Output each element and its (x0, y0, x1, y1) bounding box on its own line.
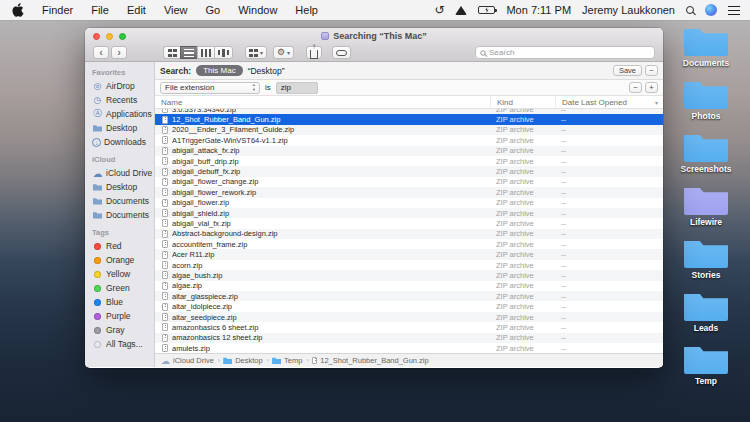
sidebar-tag-item[interactable]: Yellow (92, 267, 154, 281)
time-machine-icon[interactable]: ↺ (434, 3, 444, 17)
desktop-folder[interactable]: Lifewire (670, 185, 742, 227)
desktop-folder[interactable]: Screenshots (670, 132, 742, 174)
desktop-folder[interactable]: Documents (670, 26, 742, 68)
file-row[interactable]: abigail_vial_fx.zip ZIP archive -- (155, 218, 663, 228)
sidebar-tag-item[interactable]: Blue (92, 295, 154, 309)
sidebar-item-label: Yellow (106, 269, 130, 279)
spotlight-search-icon[interactable] (686, 6, 694, 14)
back-button[interactable]: ‹ (93, 46, 109, 59)
menu-bar-user[interactable]: Jeremy Laukkonen (582, 4, 675, 16)
file-row[interactable]: abigail_buff_drip.zip ZIP archive -- (155, 156, 663, 166)
title-bar[interactable]: Searching “This Mac” (85, 28, 663, 44)
zip-file-icon (162, 136, 168, 144)
folder-icon (684, 132, 728, 162)
file-row[interactable]: abigail_flower.zip ZIP archive -- (155, 198, 663, 208)
sidebar-item[interactable]: Desktop (92, 121, 154, 135)
column-header-name[interactable]: Name (155, 96, 490, 108)
file-row[interactable]: 3.0.5373.34340.zip ZIP archive -- (155, 109, 663, 114)
coverflow-view-button[interactable] (214, 46, 233, 59)
sidebar-tag-item[interactable]: Orange (92, 253, 154, 267)
file-row[interactable]: algae_bush.zip ZIP archive -- (155, 270, 663, 280)
file-row[interactable]: amazonbasics 6 sheet.zip ZIP archive -- (155, 322, 663, 332)
battery-icon[interactable] (478, 6, 495, 14)
file-row[interactable]: altar_idolpiece.zip ZIP archive -- (155, 301, 663, 311)
column-header-kind[interactable]: Kind (490, 96, 555, 108)
desktop-folder[interactable]: Leads (670, 291, 742, 333)
file-row[interactable]: abigail_flower_rework.zip ZIP archive -- (155, 187, 663, 197)
sidebar-item[interactable]: Documents (92, 194, 154, 208)
file-name-cell: accountitem_frame.zip (155, 240, 490, 249)
sidebar-item[interactable]: Applications (92, 107, 154, 121)
action-menu-button[interactable]: ⚙▾ (273, 46, 294, 59)
sidebar-item[interactable]: Downloads (92, 135, 154, 149)
path-segment[interactable]: Temp › (272, 356, 309, 365)
sidebar-item[interactable]: Recents (92, 93, 154, 107)
list-view-button[interactable] (180, 46, 197, 59)
menu-item[interactable]: Go (197, 0, 230, 20)
tag-color-dot (94, 257, 101, 264)
sidebar-item[interactable]: Documents (92, 208, 154, 222)
menu-item[interactable]: View (155, 0, 197, 20)
file-row[interactable]: algae.zip ZIP archive -- (155, 281, 663, 291)
column-header-date[interactable]: Date Last Opened (555, 96, 663, 108)
desktop-folder[interactable]: Temp (670, 344, 742, 386)
file-row[interactable]: accountitem_frame.zip ZIP archive -- (155, 239, 663, 249)
add-criteria-button[interactable]: + (645, 82, 658, 93)
sidebar-item[interactable]: AirDrop (92, 79, 154, 93)
desktop-folder[interactable]: Stories (670, 238, 742, 280)
toolbar-search-field[interactable] (475, 46, 655, 59)
zip-file-icon (162, 219, 168, 227)
file-row[interactable]: abigail_shield.zip ZIP archive -- (155, 208, 663, 218)
sort-direction-icon[interactable]: ▾ (655, 99, 658, 106)
file-row[interactable]: amulets.zip ZIP archive -- (155, 343, 663, 353)
menu-item[interactable]: Edit (118, 0, 155, 20)
file-row[interactable]: altar_glasspiece.zip ZIP archive -- (155, 291, 663, 301)
file-row[interactable]: acorn.zip ZIP archive -- (155, 260, 663, 270)
menu-item[interactable]: Help (286, 0, 327, 20)
sidebar-tag-item[interactable]: Green (92, 281, 154, 295)
group-by-button[interactable]: ▾ (245, 46, 267, 59)
path-segment[interactable]: 12_Shot_Rubber_Band_Gun.zip › (312, 356, 429, 365)
wifi-icon[interactable] (455, 6, 467, 15)
notification-center-icon[interactable] (728, 6, 740, 15)
sidebar-tag-item[interactable]: Red (92, 239, 154, 253)
sidebar-tag-item[interactable]: All Tags... (92, 337, 154, 351)
menu-item[interactable]: Window (229, 0, 286, 20)
desktop-folder[interactable]: Photos (670, 79, 742, 121)
collapse-criteria-button[interactable]: − (645, 65, 658, 76)
file-row[interactable]: 12_Shot_Rubber_Band_Gun.zip ZIP archive … (155, 114, 663, 124)
menu-bar-clock[interactable]: Mon 7:11 PM (506, 4, 571, 16)
forward-button[interactable]: › (111, 46, 127, 59)
share-button[interactable] (306, 46, 322, 59)
icon-view-button[interactable] (163, 46, 180, 59)
criteria-attribute-popup[interactable]: File extension ▴▾ (160, 82, 260, 94)
search-input[interactable] (489, 48, 650, 57)
file-row[interactable]: Abstract-background-design.zip ZIP archi… (155, 229, 663, 239)
remove-criteria-button[interactable]: − (629, 82, 642, 93)
file-row[interactable]: abigail_flower_change.zip ZIP archive -- (155, 177, 663, 187)
sidebar-item[interactable]: iCloud Drive (92, 166, 154, 180)
file-row[interactable]: A1TriggerGate-WinVST64-v1.1.zip ZIP arch… (155, 135, 663, 145)
file-row[interactable]: Acer R11.zip ZIP archive -- (155, 249, 663, 259)
file-row[interactable]: abigail_debuff_fx.zip ZIP archive -- (155, 166, 663, 176)
sidebar-tag-item[interactable]: Purple (92, 309, 154, 323)
file-row[interactable]: altar_seedpiece.zip ZIP archive -- (155, 312, 663, 322)
column-view-button[interactable] (197, 46, 214, 59)
sidebar-item[interactable]: Desktop (92, 180, 154, 194)
file-row[interactable]: 2020__Ender_3_Filament_Guide.zip ZIP arc… (155, 125, 663, 135)
scope-desktop-button[interactable]: “Desktop” (248, 66, 285, 76)
file-row[interactable]: abigail_attack_fx.zip ZIP archive -- (155, 146, 663, 156)
criteria-value-field[interactable]: zip (276, 82, 318, 94)
sidebar-tag-item[interactable]: Gray (92, 323, 154, 337)
menu-item[interactable]: File (82, 0, 118, 20)
path-segment[interactable]: Desktop › (223, 356, 269, 365)
path-segment[interactable]: iCloud Drive › (161, 356, 220, 366)
menu-item[interactable]: Finder (33, 0, 82, 20)
save-search-button[interactable]: Save (613, 65, 642, 76)
share-icon (310, 50, 318, 59)
apple-menu-icon[interactable] (12, 3, 25, 17)
file-row[interactable]: amazonbasics 12 sheet.zip ZIP archive -- (155, 333, 663, 343)
siri-icon[interactable] (705, 4, 717, 16)
scope-this-mac-button[interactable]: This Mac (196, 65, 242, 76)
tags-button[interactable] (332, 46, 351, 59)
